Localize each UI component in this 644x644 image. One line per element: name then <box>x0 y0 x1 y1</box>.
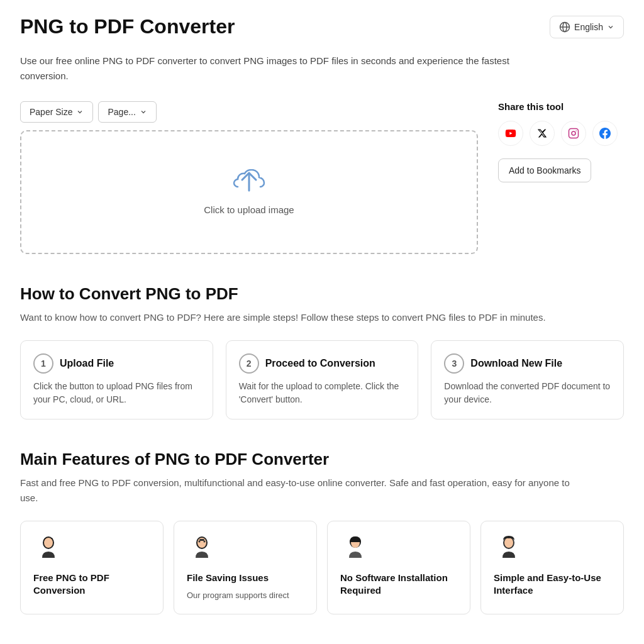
svg-rect-4 <box>569 129 579 138</box>
feature-title-1: Free PNG to PDF Conversion <box>33 572 150 596</box>
paper-size-label: Paper Size <box>30 107 72 117</box>
language-label: English <box>574 22 603 32</box>
bookmark-button[interactable]: Add to Bookmarks <box>498 158 591 182</box>
feature-icon-3 <box>340 534 370 564</box>
step-header-3: 3 Download New File <box>444 353 611 374</box>
step-desc-3: Download the converted PDF document to y… <box>444 380 611 406</box>
step-header-1: 1 Upload File <box>33 353 200 374</box>
svg-point-5 <box>572 131 575 135</box>
controls-row: Paper Size Page... <box>20 101 478 123</box>
x-logo <box>537 128 547 138</box>
feature-card-2: File Saving Issues Our program supports … <box>174 521 317 614</box>
globe-icon <box>559 21 570 33</box>
upload-zone[interactable]: Click to upload image <box>20 130 478 254</box>
youtube-logo <box>505 128 516 139</box>
facebook-logo <box>599 128 611 139</box>
page-description: Use our free online PNG to PDF converter… <box>20 53 523 84</box>
person-icon-1 <box>33 534 64 564</box>
tool-area: Paper Size Page... C <box>20 101 624 254</box>
step-header-2: 2 Proceed to Conversion <box>239 353 406 374</box>
person-icon-2 <box>187 534 217 564</box>
header: PNG to PDF Converter English <box>20 15 624 38</box>
how-to-title: How to Convert PNG to PDF <box>20 284 624 304</box>
feature-title-3: No Software Installation Required <box>340 572 457 596</box>
upload-icon <box>233 169 265 197</box>
facebook-icon[interactable] <box>592 121 618 146</box>
svg-point-17 <box>504 538 513 548</box>
feature-icon-1 <box>33 534 64 564</box>
svg-point-6 <box>575 130 577 131</box>
step-desc-2: Wait for the upload to complete. Click t… <box>239 380 406 406</box>
svg-point-12 <box>204 541 206 543</box>
upload-text: Click to upload image <box>204 204 294 215</box>
person-icon-3 <box>340 534 370 564</box>
language-selector[interactable]: English <box>550 16 624 38</box>
converter-section: Paper Size Page... C <box>20 101 478 254</box>
step-title-1: Upload File <box>60 358 114 369</box>
page-title: PNG to PDF Converter <box>20 15 235 38</box>
feature-icon-4 <box>494 534 524 564</box>
feature-title-2: File Saving Issues <box>187 572 304 584</box>
features-title: Main Features of PNG to PDF Converter <box>20 450 624 469</box>
svg-rect-13 <box>199 539 204 541</box>
feature-desc-2: Our program supports direct <box>187 589 304 602</box>
feature-icon-2 <box>187 534 217 564</box>
step-card-2: 2 Proceed to Conversion Wait for the upl… <box>226 340 419 419</box>
page-orientation-dropdown[interactable]: Page... <box>98 101 156 123</box>
chevron-down-icon <box>76 108 84 116</box>
paper-size-dropdown[interactable]: Paper Size <box>20 101 93 123</box>
page-orientation-label: Page... <box>108 107 135 117</box>
person-icon-4 <box>494 534 524 564</box>
step-title-2: Proceed to Conversion <box>265 358 375 369</box>
how-to-section: How to Convert PNG to PDF Want to know h… <box>20 284 624 419</box>
step-card-1: 1 Upload File Click the button to upload… <box>20 340 213 419</box>
step-card-3: 3 Download New File Download the convert… <box>431 340 624 419</box>
instagram-logo <box>568 128 579 139</box>
feature-title-4: Simple and Easy-to-Use Interface <box>494 572 611 596</box>
step-number-1: 1 <box>33 353 53 374</box>
feature-card-3: No Software Installation Required <box>327 521 470 614</box>
social-icons <box>498 121 624 146</box>
feature-card-1: Free PNG to PDF Conversion <box>20 521 164 614</box>
svg-point-8 <box>44 538 53 548</box>
steps-row: 1 Upload File Click the button to upload… <box>20 340 624 419</box>
feature-card-4: Simple and Easy-to-Use Interface <box>480 521 624 614</box>
sidebar: Share this tool <box>498 101 624 182</box>
chevron-down-icon <box>607 23 614 31</box>
svg-point-11 <box>199 541 201 543</box>
how-to-desc: Want to know how to convert PNG to PDF? … <box>20 310 586 325</box>
youtube-icon[interactable] <box>498 121 523 146</box>
features-desc: Fast and free PNG to PDF conversion, mul… <box>20 475 586 506</box>
step-number-2: 2 <box>239 353 259 374</box>
step-number-3: 3 <box>444 353 464 374</box>
share-label: Share this tool <box>498 101 624 112</box>
twitter-icon[interactable] <box>530 121 555 146</box>
features-row: Free PNG to PDF Conversion File Saving I… <box>20 521 624 614</box>
features-section: Main Features of PNG to PDF Converter Fa… <box>20 450 624 614</box>
step-title-3: Download New File <box>470 358 562 369</box>
step-desc-1: Click the button to upload PNG files fro… <box>33 380 200 406</box>
instagram-icon[interactable] <box>561 121 586 146</box>
chevron-down-icon <box>140 108 147 116</box>
